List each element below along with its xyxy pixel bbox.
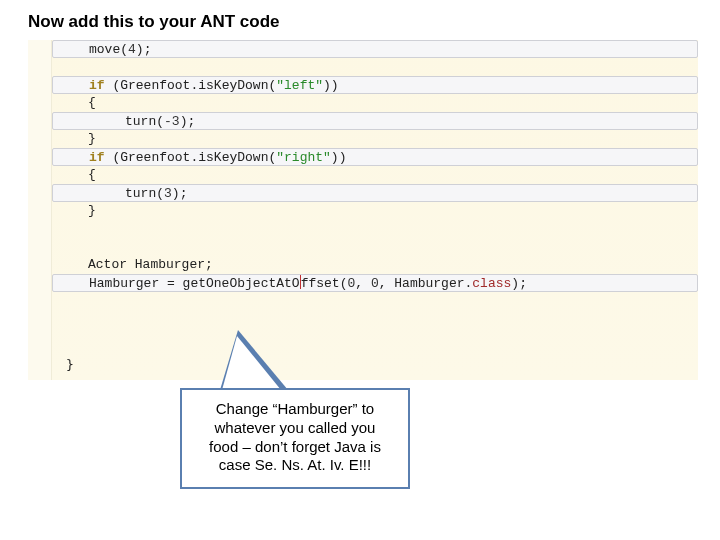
callout-pointer — [222, 336, 281, 390]
code-token: ); — [172, 186, 188, 201]
code-editor: move(4); if (Greenfoot.isKeyDown("left")… — [28, 40, 698, 380]
code-line: if (Greenfoot.isKeyDown("right")) — [52, 148, 698, 166]
code-token: 0 — [371, 276, 379, 291]
code-line: } — [52, 130, 698, 148]
code-token: { — [88, 167, 96, 182]
code-token: ffset( — [301, 276, 348, 291]
code-token: ); — [511, 276, 527, 291]
callout-text: Change “Hamburger” to — [196, 400, 394, 419]
callout-text: food – don’t forget Java is — [196, 438, 394, 457]
code-line — [52, 58, 698, 76]
page-heading: Now add this to your ANT code — [28, 12, 280, 32]
code-line: Actor Hamburger; — [52, 256, 698, 274]
code-token: ); — [136, 42, 152, 57]
code-line: Hamburger = getOneObjectAtOffset(0, 0, H… — [52, 274, 698, 292]
code-token: (Greenfoot.isKeyDown( — [105, 150, 277, 165]
callout-text: whatever you called you — [196, 419, 394, 438]
callout-box: Change “Hamburger” to whatever you calle… — [180, 388, 410, 489]
code-token: (Greenfoot.isKeyDown( — [105, 78, 277, 93]
code-line: } — [56, 357, 74, 372]
code-line: { — [52, 94, 698, 112]
code-line: turn(-3); — [52, 112, 698, 130]
code-token: , Hamburger. — [379, 276, 473, 291]
code-token: if — [89, 78, 105, 93]
code-token: 4 — [128, 42, 136, 57]
code-line: move(4); — [52, 40, 698, 58]
code-line: turn(3); — [52, 184, 698, 202]
code-token: -3 — [164, 114, 180, 129]
editor-gutter — [28, 40, 52, 380]
code-token: if — [89, 150, 105, 165]
code-line: { — [52, 166, 698, 184]
code-token: } — [88, 131, 96, 146]
code-line: } — [52, 202, 698, 220]
code-line: if (Greenfoot.isKeyDown("left")) — [52, 76, 698, 94]
code-token: } — [88, 203, 96, 218]
code-token: Actor Hamburger; — [88, 257, 213, 272]
code-token: turn( — [125, 114, 164, 129]
code-token: ( — [120, 42, 128, 57]
code-token: "right" — [276, 150, 331, 165]
code-token: )) — [323, 78, 339, 93]
code-token: move — [89, 42, 120, 57]
code-token: "left" — [276, 78, 323, 93]
code-token: 3 — [164, 186, 172, 201]
code-token: ); — [180, 114, 196, 129]
editor-body: move(4); if (Greenfoot.isKeyDown("left")… — [52, 40, 698, 380]
code-token: { — [88, 95, 96, 110]
callout: Change “Hamburger” to whatever you calle… — [180, 388, 410, 489]
code-token: , — [355, 276, 371, 291]
callout-text: case Se. Ns. At. Iv. E!!! — [196, 456, 394, 475]
code-token: turn( — [125, 186, 164, 201]
code-token: )) — [331, 150, 347, 165]
code-token: class — [472, 276, 511, 291]
code-line — [52, 238, 698, 256]
code-line — [52, 220, 698, 238]
code-token: Hamburger = getOneObjectAtO — [89, 276, 300, 291]
